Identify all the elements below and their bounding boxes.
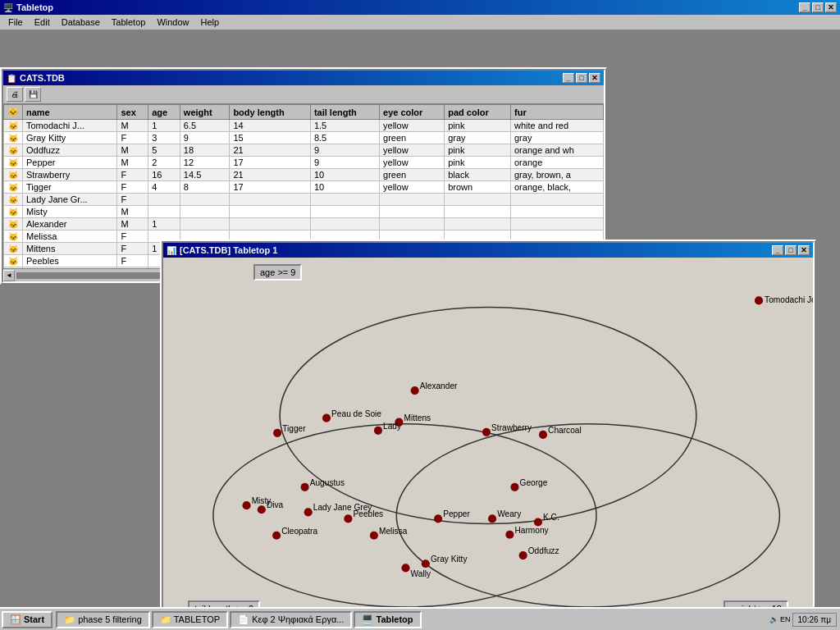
- menu-edit[interactable]: Edit: [30, 16, 55, 28]
- col-age-header[interactable]: age: [148, 105, 180, 120]
- cell-8-8: [511, 218, 604, 231]
- svg-text:Tigger: Tigger: [282, 424, 306, 433]
- menu-database[interactable]: Database: [57, 16, 105, 28]
- row-icon: 🐱: [4, 243, 23, 255]
- venn-icon: 📊: [167, 246, 176, 255]
- taskbar: 🪟 Start 📁 phase 5 filtering 📁 TABLETOP 📄…: [0, 607, 840, 630]
- start-label: Start: [24, 614, 44, 624]
- venn-maximize[interactable]: □: [785, 245, 797, 255]
- cell-10-0: Mittens: [23, 243, 117, 255]
- menu-file[interactable]: File: [3, 16, 28, 28]
- row-icon: 🐱: [4, 144, 23, 157]
- svg-point-37: [505, 531, 514, 539]
- scroll-left-btn[interactable]: ◄: [3, 270, 15, 281]
- col-name-header[interactable]: name: [23, 105, 117, 120]
- svg-point-29: [344, 514, 352, 523]
- table-row[interactable]: 🐱TiggerF481710yellowbrownorange, black,: [4, 181, 604, 194]
- cell-2-2: 5: [148, 144, 180, 157]
- cats-close[interactable]: ✕: [589, 73, 600, 83]
- cell-1-7: gray: [445, 132, 511, 144]
- svg-text:Harmony: Harmony: [514, 526, 549, 535]
- cell-3-5: 9: [310, 157, 379, 169]
- col-eyecolor-header[interactable]: eye color: [380, 105, 445, 120]
- table-row[interactable]: 🐱Tomodachi J...M16.5141.5yellowpinkwhite…: [4, 120, 604, 132]
- cell-7-1: M: [117, 206, 148, 218]
- svg-text:Peau de Soie: Peau de Soie: [331, 409, 381, 418]
- svg-point-43: [519, 551, 527, 559]
- close-button[interactable]: ✕: [825, 2, 837, 12]
- taskbar-item-kef[interactable]: 📄 Κεφ 2 Ψηφιακά Εργα...: [230, 611, 352, 628]
- cell-3-0: Pepper: [23, 157, 117, 169]
- table-row[interactable]: 🐱Gray KittyF39158.5greengraygray: [4, 132, 604, 144]
- cell-1-5: 8.5: [310, 132, 379, 144]
- cats-toolbar: 🖨 💾: [3, 85, 604, 104]
- cell-5-2: 4: [148, 181, 180, 194]
- svg-point-25: [258, 505, 266, 514]
- taskbar-item-tabletop-active[interactable]: 🖥️ Tabletop: [354, 611, 421, 628]
- col-bodylength-header[interactable]: body length: [230, 105, 311, 120]
- cell-8-6: [380, 218, 445, 231]
- cell-6-0: Lady Jane Gr...: [23, 194, 117, 206]
- cell-5-8: orange, black,: [511, 181, 604, 194]
- svg-point-41: [370, 532, 378, 540]
- maximize-button[interactable]: □: [812, 2, 824, 12]
- main-win-controls: _ □ ✕: [799, 2, 837, 12]
- cell-0-8: white and red: [511, 120, 604, 132]
- taskbar-item-tabletop2-label: TABLETOP: [174, 614, 220, 624]
- taskbar-item-kef-icon: 📄: [238, 614, 249, 624]
- col-weight-header[interactable]: weight: [180, 105, 230, 120]
- table-row[interactable]: 🐱Lady Jane Gr...F: [4, 194, 604, 206]
- taskbar-item-tabletop2-icon: 📁: [160, 614, 171, 624]
- menu-tabletop[interactable]: Tabletop: [107, 16, 151, 28]
- cell-7-8: [511, 206, 604, 218]
- cell-2-6: yellow: [380, 144, 445, 157]
- cell-5-0: Tigger: [23, 181, 117, 194]
- venn-minimize[interactable]: _: [772, 245, 783, 255]
- venn-title: [CATS.TDB] Tabletop 1: [180, 245, 277, 255]
- cell-0-6: yellow: [380, 120, 445, 132]
- svg-point-45: [422, 559, 430, 568]
- cell-2-7: pink: [445, 144, 511, 157]
- cell-1-0: Gray Kitty: [23, 132, 117, 144]
- print-icon[interactable]: 🖨: [7, 87, 23, 102]
- cell-5-1: F: [117, 181, 148, 194]
- svg-text:Cleopatra: Cleopatra: [281, 527, 317, 536]
- menu-window[interactable]: Window: [152, 16, 194, 28]
- venn-win-controls: _ □ ✕: [772, 245, 810, 255]
- save-icon[interactable]: 💾: [25, 87, 41, 102]
- col-sex-header[interactable]: sex: [117, 105, 148, 120]
- cell-6-4: [230, 194, 311, 206]
- table-row[interactable]: 🐱OddfuzzM518219yellowpinkorange and wh: [4, 144, 604, 157]
- venn-close[interactable]: ✕: [798, 245, 810, 255]
- cats-maximize[interactable]: □: [576, 73, 587, 83]
- main-title: Tabletop: [16, 2, 53, 12]
- svg-text:Tomodachi Job: Tomodachi Job: [765, 295, 813, 304]
- col-padcolor-header[interactable]: pad color: [445, 105, 511, 120]
- svg-text:Mittens: Mittens: [404, 413, 431, 422]
- row-icon: 🐱: [4, 194, 23, 206]
- col-taillength-header[interactable]: tail length: [310, 105, 379, 120]
- table-row[interactable]: 🐱StrawberryF1614.52110greenblackgray, br…: [4, 169, 604, 181]
- cell-2-3: 18: [180, 144, 230, 157]
- svg-text:Wally: Wally: [411, 569, 431, 578]
- cats-minimize[interactable]: _: [563, 73, 574, 83]
- table-row[interactable]: 🐱MistyM: [4, 206, 604, 218]
- cell-4-6: green: [380, 169, 445, 181]
- cell-3-2: 2: [148, 157, 180, 169]
- taskbar-item-phase5[interactable]: 📁 phase 5 filtering: [56, 611, 150, 628]
- cell-2-0: Oddfuzz: [23, 144, 117, 157]
- venn-diagram: Tomodachi Job Alexander Peau de Soie Mit…: [163, 258, 813, 623]
- col-fur-header[interactable]: fur: [511, 105, 604, 120]
- start-button[interactable]: 🪟 Start: [2, 611, 52, 628]
- taskbar-item-tabletop2[interactable]: 📁 TABLETOP: [152, 611, 228, 628]
- table-row[interactable]: 🐱AlexanderM1: [4, 218, 604, 231]
- table-row[interactable]: 🐱PepperM212179yellowpinkorange: [4, 157, 604, 169]
- svg-point-47: [401, 564, 409, 572]
- cell-6-7: [445, 194, 511, 206]
- cell-0-7: pink: [445, 120, 511, 132]
- minimize-button[interactable]: _: [799, 2, 810, 12]
- menu-help[interactable]: Help: [196, 16, 225, 28]
- taskbar-right: 🔊 EN 10:26 πμ: [769, 613, 840, 627]
- cell-0-5: 1.5: [310, 120, 379, 132]
- cell-0-2: 1: [148, 120, 180, 132]
